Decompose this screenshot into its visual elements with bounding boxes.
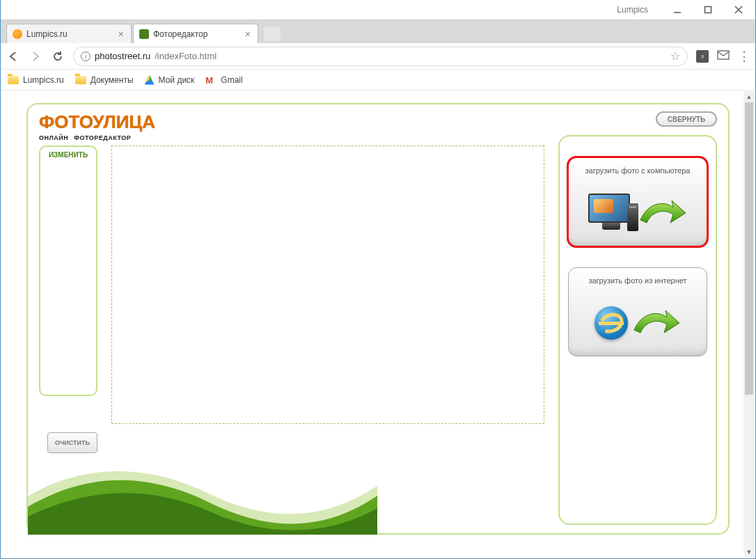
window-close-button[interactable] [723, 2, 754, 17]
logo-sub: ОНЛАЙНФОТОРЕДАКТОР [39, 134, 544, 141]
svg-rect-4 [718, 51, 729, 59]
editor-body: ИЗМЕНИТЬ [39, 145, 544, 424]
computer-icon [588, 194, 634, 233]
bookmarks-bar: Lumpics.ru Документы Мой диск M Gmail [1, 70, 755, 90]
upload-panel: загрузить фото с компьютера [558, 135, 717, 525]
page-content: ФОТОУЛИЦА ОНЛАЙНФОТОРЕДАКТОР ИЗМЕНИТЬ ОЧ… [1, 90, 755, 558]
bookmark-documents[interactable]: Документы [75, 75, 134, 85]
arrow-right-icon [29, 50, 42, 63]
upload-from-computer-card[interactable]: загрузить фото с компьютера [568, 157, 707, 246]
reload-icon [52, 50, 64, 63]
bookmark-label: Мой диск [159, 75, 195, 85]
tab-title: Lumpics.ru [26, 29, 113, 39]
forward-button[interactable] [29, 49, 42, 63]
bookmark-label: Документы [90, 75, 134, 85]
logo-main: ФОТОУЛИЦА [39, 111, 544, 133]
bookmark-gmail[interactable]: M Gmail [205, 75, 242, 85]
logo-sub-a: ОНЛАЙН [39, 134, 68, 141]
tab-close-button[interactable]: × [244, 29, 252, 40]
decorative-wave [28, 444, 377, 535]
scroll-down-button[interactable]: ▼ [743, 546, 755, 558]
tab-close-button[interactable]: × [117, 29, 125, 40]
site-info-icon[interactable]: i [81, 52, 90, 61]
tab-strip: Lumpics.ru × Фоторедактор × [1, 19, 755, 43]
window-titlebar: Lumpics [1, 0, 755, 19]
tab-title: Фоторедактор [153, 29, 239, 39]
arrow-left-icon [7, 50, 19, 63]
bookmark-label: Lumpics.ru [23, 75, 64, 85]
logo: ФОТОУЛИЦА ОНЛАЙНФОТОРЕДАКТОР [39, 111, 544, 141]
maximize-icon [704, 6, 712, 14]
window-title: Lumpics [617, 5, 648, 15]
svg-rect-1 [705, 7, 711, 13]
bookmark-star-button[interactable]: ☆ [670, 49, 680, 63]
collapse-button[interactable]: СВЕРНУТЬ [656, 111, 717, 127]
address-bar[interactable]: i photostreet.ru/indexFoto.html ☆ [73, 47, 688, 66]
bookmark-lumpics[interactable]: Lumpics.ru [8, 75, 64, 85]
window-minimize-button[interactable] [662, 2, 693, 17]
browser-window: Lumpics Lumpics.ru × Фоторедактор × [0, 0, 756, 559]
bookmark-label: Gmail [221, 75, 242, 85]
favicon-icon [13, 29, 22, 39]
close-icon [734, 6, 743, 14]
folder-icon [75, 76, 86, 84]
upload-from-internet-card[interactable]: загрузить фото из интернет [568, 267, 707, 356]
app-right: СВЕРНУТЬ загрузить фото с компьютера [558, 111, 717, 533]
app-left: ФОТОУЛИЦА ОНЛАЙНФОТОРЕДАКТОР ИЗМЕНИТЬ ОЧ… [39, 111, 544, 533]
tab-lumpics[interactable]: Lumpics.ru × [6, 24, 132, 43]
upload-card-title: загрузить фото с компьютера [574, 166, 701, 175]
scrollbar[interactable]: ▲ ▼ [743, 91, 755, 558]
menu-button[interactable]: ⋮ [738, 49, 750, 64]
toolbar: i photostreet.ru/indexFoto.html ☆ ♀ ⋮ [1, 43, 755, 70]
extension-button[interactable]: ♀ [696, 50, 709, 63]
upload-card-title: загрузить фото из интернет [574, 276, 701, 285]
gmail-icon: M [205, 75, 216, 85]
drive-icon [145, 75, 155, 85]
upload-card-body [574, 186, 701, 240]
edit-tab[interactable]: ИЗМЕНИТЬ [40, 151, 96, 159]
arrow-icon [632, 308, 681, 338]
back-button[interactable] [6, 49, 20, 63]
clear-button[interactable]: ОЧИСТИТЬ [47, 432, 97, 453]
upload-card-body [574, 296, 701, 350]
minimize-icon [672, 5, 682, 15]
reload-button[interactable] [51, 49, 65, 63]
envelope-icon [717, 50, 730, 60]
scroll-up-button[interactable]: ▲ [743, 91, 755, 102]
bookmark-drive[interactable]: Мой диск [145, 75, 195, 85]
url-host: photostreet.ru [95, 51, 150, 61]
app-frame: ФОТОУЛИЦА ОНЛАЙНФОТОРЕДАКТОР ИЗМЕНИТЬ ОЧ… [26, 103, 730, 535]
logo-sub-b: ФОТОРЕДАКТОР [74, 134, 131, 141]
url-path: /indexFoto.html [155, 51, 216, 61]
edit-panel: ИЗМЕНИТЬ [39, 145, 97, 396]
new-tab-button[interactable] [264, 27, 281, 41]
arrow-icon [638, 198, 687, 228]
window-maximize-button[interactable] [693, 2, 723, 17]
folder-icon [8, 76, 19, 84]
internet-icon [594, 306, 628, 340]
mail-extension-button[interactable] [717, 50, 730, 62]
canvas[interactable] [111, 145, 544, 424]
scroll-thumb[interactable] [745, 102, 753, 395]
favicon-icon [139, 29, 149, 39]
tab-photoeditor[interactable]: Фоторедактор × [133, 24, 258, 43]
